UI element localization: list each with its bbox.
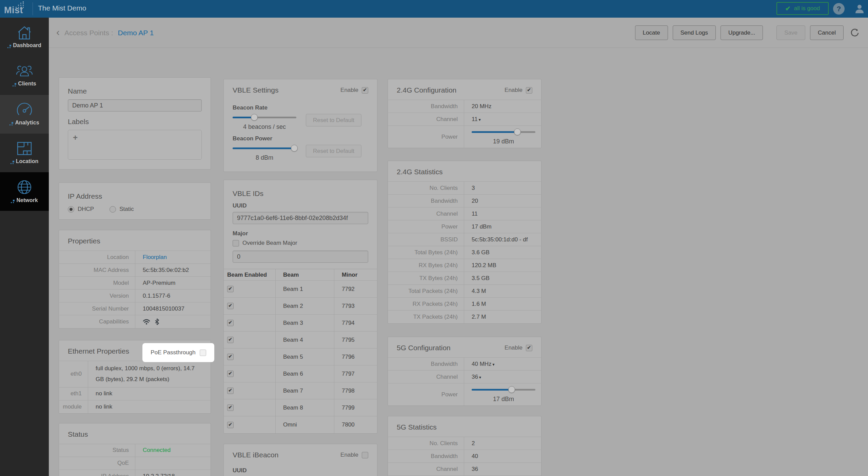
sidebar-item-dashboard[interactable]: Dashboard: [0, 18, 49, 56]
status-title: Status: [68, 430, 88, 438]
beam-enabled-checkbox[interactable]: [227, 320, 234, 326]
status-badge[interactable]: ✔ all is good: [776, 2, 829, 15]
page-header: ‹ Access Points : Demo AP 1 Locate Send …: [49, 18, 868, 48]
slider-thumb[interactable]: [251, 114, 258, 121]
poe-passthrough-spotlight: PoE Passthrough: [142, 343, 214, 362]
send-logs-button[interactable]: Send Logs: [673, 25, 716, 40]
slider-thumb[interactable]: [291, 145, 298, 152]
uuid-input[interactable]: [233, 212, 368, 224]
table-row: No. Clients2: [388, 437, 541, 450]
config-24g-enable-checkbox[interactable]: [526, 87, 532, 94]
upgrade-button[interactable]: Upgrade...: [721, 25, 763, 40]
reset-beacon-rate-button[interactable]: Reset to Default: [306, 114, 361, 126]
table-row: Beam 2 7793: [224, 298, 377, 315]
sidebar-item-location[interactable]: Location: [0, 134, 49, 172]
clients-icon: [16, 64, 33, 78]
mist-logo-word: Mist: [4, 5, 23, 16]
power-24g-slider[interactable]: [472, 128, 535, 135]
static-radio[interactable]: [110, 206, 116, 213]
power-5g-slider[interactable]: [472, 386, 535, 393]
table-row: eth1 no link: [59, 388, 211, 400]
beam-enabled-checkbox[interactable]: [227, 371, 234, 377]
save-button[interactable]: Save: [776, 25, 805, 40]
column-right: 2.4G Configuration Enable Bandwidth 20 M…: [388, 79, 541, 476]
reset-beacon-power-button[interactable]: Reset to Default: [306, 145, 361, 157]
breadcrumb: ‹ Access Points : Demo AP 1: [56, 18, 154, 48]
dhcp-label: DHCP: [78, 206, 94, 213]
ibeacon-enable-checkbox[interactable]: [362, 452, 368, 458]
name-label: Name: [68, 87, 202, 95]
back-chevron-icon[interactable]: ‹: [56, 27, 60, 37]
sidebar-item-network[interactable]: Network: [0, 172, 49, 211]
enable-label: Enable: [505, 344, 522, 351]
topbar: Mist The Mist Demo ✔ all is good ?: [0, 0, 868, 18]
mist-logo[interactable]: Mist: [3, 1, 30, 16]
beam-enabled-checkbox[interactable]: [227, 388, 234, 394]
table-row: Beam 8 7799: [224, 399, 377, 416]
user-icon[interactable]: [854, 3, 865, 15]
table-row: TX Packets (24h)2.7 M: [388, 311, 541, 323]
sidebar-item-analytics[interactable]: Analytics: [0, 95, 49, 134]
sidebar-item-clients[interactable]: Clients: [0, 56, 49, 95]
table-row: Serial Number 1004815010037: [59, 302, 211, 315]
add-label-button[interactable]: +: [73, 133, 78, 142]
slider-thumb[interactable]: [514, 128, 521, 135]
chevron-down-icon: ▾: [479, 375, 481, 380]
page-title: Demo AP 1: [118, 29, 154, 37]
beacon-power-value: 8 dBm: [233, 154, 296, 161]
locate-button[interactable]: Locate: [635, 25, 668, 40]
help-icon[interactable]: ?: [833, 3, 845, 15]
table-row: Beam 6 7797: [224, 365, 377, 382]
beam-enabled-checkbox[interactable]: [227, 422, 234, 428]
breadcrumb-section[interactable]: Access Points :: [64, 29, 113, 37]
override-beam-major-checkbox[interactable]: [233, 240, 239, 246]
beam-enabled-checkbox[interactable]: [227, 286, 234, 292]
slider-thumb[interactable]: [508, 386, 515, 393]
ip-address-title: IP Address: [68, 192, 202, 200]
ap-name-input[interactable]: [68, 99, 202, 112]
table-row: Channel11: [388, 207, 541, 220]
table-row: Beam 1 7792: [224, 281, 377, 298]
analytics-gauge-icon: [16, 103, 33, 117]
vble-ids-title: VBLE IDs: [233, 190, 368, 198]
dhcp-radio[interactable]: [68, 206, 74, 213]
beacon-rate-value: 4 beacons / sec: [233, 123, 296, 131]
vble-enable-checkbox[interactable]: [362, 87, 368, 94]
channel-24g-dropdown[interactable]: 11: [472, 116, 478, 122]
floorplan-link[interactable]: Floorplan: [135, 252, 211, 263]
bandwidth-5g-dropdown[interactable]: 40 MHz: [472, 361, 492, 367]
properties-panel: Properties Location Floorplan MAC Addres…: [59, 230, 211, 329]
uuid-label: UUID: [233, 202, 368, 209]
beam-table: Beam Enabled Beam Minor Beam 1 7792 Beam…: [224, 269, 377, 433]
table-row: Bandwidth20: [388, 195, 541, 207]
beam-enabled-checkbox[interactable]: [227, 303, 234, 309]
config-24g-panel: 2.4G Configuration Enable Bandwidth 20 M…: [388, 79, 541, 148]
beam-enabled-checkbox[interactable]: [227, 354, 234, 360]
beacon-power-slider[interactable]: [233, 145, 296, 152]
power-5g-value: 17 dBm: [472, 396, 535, 403]
table-row: Beam 5 7796: [224, 349, 377, 365]
enable-label: Enable: [340, 452, 358, 458]
table-row: Total Packets (24h)4.3 M: [388, 285, 541, 298]
major-input[interactable]: [233, 251, 368, 263]
table-row: Omni 7800: [224, 416, 377, 433]
poe-passthrough-checkbox[interactable]: [200, 350, 206, 356]
table-row: Channel 11▾: [388, 113, 541, 126]
channel-5g-dropdown[interactable]: 36: [472, 374, 478, 380]
ip-address-panel: IP Address DHCP Static: [59, 182, 211, 220]
table-row: Channel36: [388, 463, 541, 476]
vble-ibeacon-panel: VBLE iBeacon Enable UUID: [223, 444, 377, 476]
vble-settings-panel: VBLE Settings Enable Beacon Rate 4 beaco…: [223, 79, 377, 172]
table-row: Beam 4 7795: [224, 332, 377, 349]
sidebar-item-label: Clients: [18, 81, 36, 87]
labels-label: Labels: [68, 118, 202, 126]
mist-dots-icon: [7, 44, 12, 48]
cancel-button[interactable]: Cancel: [810, 25, 844, 40]
refresh-icon[interactable]: [850, 28, 859, 37]
config-5g-enable-checkbox[interactable]: [526, 345, 532, 351]
mist-dots-icon: [11, 199, 15, 203]
beacon-rate-slider[interactable]: [233, 114, 296, 121]
chevron-down-icon: ▾: [479, 117, 481, 122]
beam-enabled-checkbox[interactable]: [227, 404, 234, 411]
beam-enabled-checkbox[interactable]: [227, 337, 234, 343]
